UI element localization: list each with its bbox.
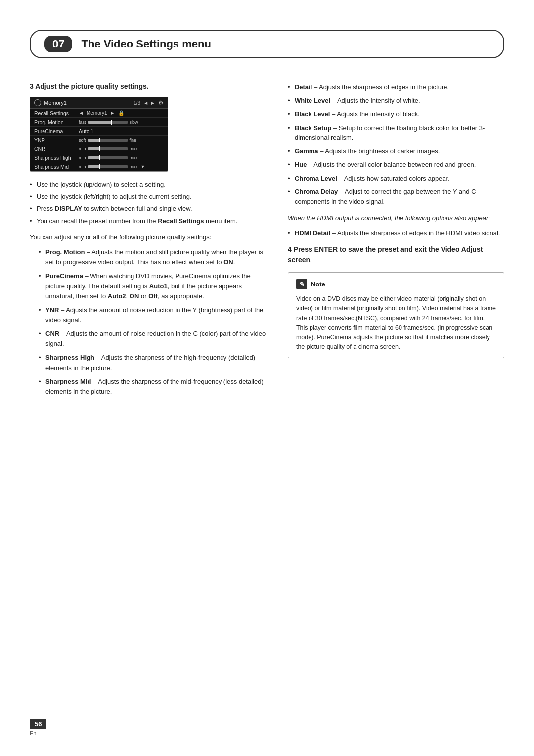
ss-row-prog-motion: Prog. Motion fast slow bbox=[30, 118, 168, 127]
hdmi-italic-note: When the HDMI output is connected, the f… bbox=[288, 213, 504, 223]
note-title-row: ✎ Note bbox=[296, 279, 496, 289]
bullet-joystick-updown: Use the joystick (up/down) to select a s… bbox=[30, 180, 268, 189]
right-arrow-icon: ► bbox=[150, 100, 155, 106]
bullet-recall: You can recall the preset number from th… bbox=[30, 216, 268, 226]
ss-nav-left: ◄ bbox=[79, 110, 84, 116]
disk-icon bbox=[34, 99, 41, 106]
page-number: 56 bbox=[30, 719, 46, 729]
chapter-number: 07 bbox=[44, 36, 72, 52]
bullet-sharpness-mid: Sharpness Mid – Adjusts the sharpness of… bbox=[39, 377, 268, 397]
bullet-white-level: White Level – Adjusts the intensity of w… bbox=[288, 96, 504, 106]
left-arrow-icon: ◄ bbox=[143, 100, 148, 106]
bullet-joystick-leftright: Use the joystick (left/right) to adjust … bbox=[30, 192, 268, 202]
ss-nav-arrows: ◄ ► bbox=[143, 100, 155, 106]
bullet-ynr: YNR – Adjusts the amount of noise reduct… bbox=[39, 305, 268, 325]
chapter-title: The Video Settings menu bbox=[81, 38, 211, 50]
simple-bullet-list: Use the joystick (up/down) to select a s… bbox=[30, 180, 268, 226]
bullet-detail: Detail – Adjusts the sharpness of edges … bbox=[288, 82, 504, 92]
bullet-black-level: Black Level – Adjusts the intensity of b… bbox=[288, 109, 504, 119]
note-label: Note bbox=[311, 281, 325, 288]
ss-nav-right: ► bbox=[110, 110, 115, 116]
ss-row-sharpness-high: Sharpness High min max bbox=[30, 153, 168, 162]
left-column: 3 Adjust the picture quality settings. M… bbox=[30, 82, 268, 402]
note-box: ✎ Note Video on a DVD discs may be eithe… bbox=[288, 272, 504, 358]
body-text-intro: You can adjust any or all of the followi… bbox=[30, 233, 268, 242]
note-text: Video on a DVD discs may be either video… bbox=[296, 294, 496, 352]
bullet-sharpness-high: Sharpness High – Adjusts the sharpness o… bbox=[39, 353, 268, 373]
ss-row-purecinema: PureCinema Auto 1 bbox=[30, 127, 168, 136]
bullet-cnr: CNR – Adjusts the amount of noise reduct… bbox=[39, 329, 268, 349]
right-column: Detail – Adjusts the sharpness of edges … bbox=[288, 82, 504, 402]
note-icon: ✎ bbox=[296, 279, 307, 289]
bullet-purecinema: PureCinema – When watching DVD movies, P… bbox=[39, 271, 268, 301]
bullet-hue: Hue – Adjusts the overall color balance … bbox=[288, 160, 504, 170]
detail-bullet-list: Prog. Motion – Adjusts the motion and st… bbox=[39, 247, 268, 397]
ss-row-sharpness-mid: Sharpness Mid min max ▼ bbox=[30, 162, 168, 171]
bullet-display: Press DISPLAY to switch between full and… bbox=[30, 204, 268, 214]
ss-row-cnr: CNR min max bbox=[30, 144, 168, 153]
ss-row-ynr: YNR soft fine bbox=[30, 136, 168, 144]
ss-title-bar: Memory1 1/3 ◄ ► ⚙ bbox=[30, 97, 168, 109]
ss-settings-icon: ⚙ bbox=[158, 99, 164, 106]
settings-screenshot: Memory1 1/3 ◄ ► ⚙ Recall Settings bbox=[30, 97, 168, 172]
bullet-black-setup: Black Setup – Setup to correct the float… bbox=[288, 123, 504, 142]
scroll-down-icon: ▼ bbox=[141, 164, 145, 169]
page-lang: En bbox=[30, 730, 36, 736]
step3-heading: 3 Adjust the picture quality settings. bbox=[30, 82, 268, 90]
ss-row-recall: Recall Settings ◄ Memory1 ► 🔒 bbox=[30, 109, 168, 118]
right-bullet-list: Detail – Adjusts the sharpness of edges … bbox=[288, 82, 504, 206]
page-footer: 56 En bbox=[30, 719, 46, 736]
ss-title-left: Memory1 bbox=[34, 99, 67, 106]
ss-memory-title: Memory1 bbox=[44, 100, 67, 106]
ss-page-num: 1/3 bbox=[134, 100, 140, 106]
bullet-prog-motion: Prog. Motion – Adjusts the motion and st… bbox=[39, 247, 268, 267]
bullet-gamma: Gamma – Adjusts the brightness of darker… bbox=[288, 146, 504, 156]
ss-save-icon: 🔒 bbox=[118, 110, 124, 116]
step4-heading: 4 Press ENTER to save the preset and exi… bbox=[288, 244, 504, 265]
bullet-hdmi-detail: HDMI Detail – Adjusts the sharpness of e… bbox=[288, 228, 504, 238]
chapter-header: 07 The Video Settings menu bbox=[30, 30, 504, 58]
hdmi-bullet-list: HDMI Detail – Adjusts the sharpness of e… bbox=[288, 228, 504, 238]
bullet-chroma-delay: Chroma Delay – Adjust to correct the gap… bbox=[288, 187, 504, 206]
bullet-chroma-level: Chroma Level – Adjusts how saturated col… bbox=[288, 174, 504, 184]
